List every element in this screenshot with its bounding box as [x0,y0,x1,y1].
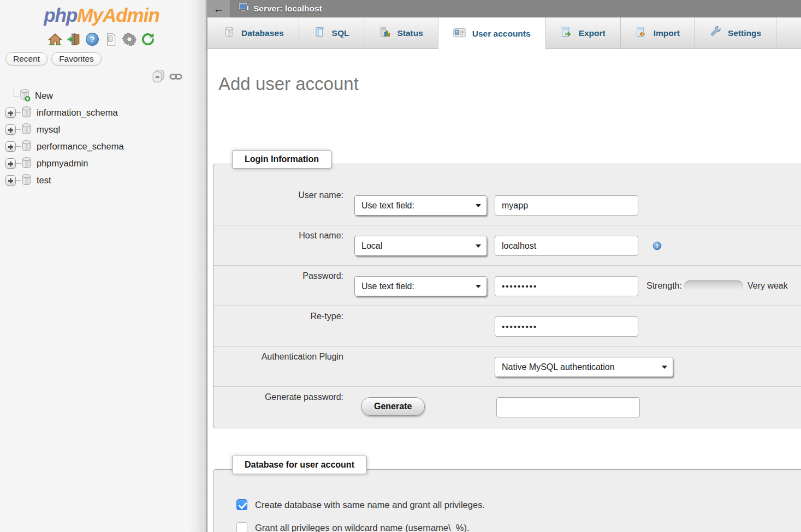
tab-label: User accounts [472,29,531,39]
strength-label: Strength: [646,281,682,291]
phpmyadmin-app: phpMyAdmin ? Recent Favorites New [0,0,801,532]
hostname-label: Host name: [213,229,343,241]
password-label: Password: [213,270,343,281]
auth-plugin-row: Authentication Plugin Native MySQL authe… [213,346,801,387]
tree-item-label[interactable]: performance_schema [37,141,124,152]
tree-branch-line [16,129,21,130]
login-information-fieldset: Login Information User name: Use text fi… [213,164,801,428]
back-arrow-button[interactable]: ← [207,0,230,17]
grant-wildcard-checkbox-row: Grant all privileges on wildcard name (u… [236,522,801,532]
create-database-checkbox[interactable] [236,499,247,510]
generate-password-label: Generate password: [213,391,343,402]
help-icon[interactable]: ? [85,32,99,46]
tree-item-label[interactable]: information_schema [37,107,118,118]
refresh-icon[interactable] [141,32,155,46]
export-tab-icon [561,26,572,40]
docs-icon[interactable] [104,32,118,46]
server-icon [238,2,250,16]
generate-button[interactable]: Generate [361,397,425,416]
select-value: Use text field: [361,201,414,211]
tree-item-database[interactable]: information_schema [0,104,203,121]
recent-button[interactable]: Recent [5,52,48,65]
unlink-panel-icon[interactable] [169,73,182,83]
tab-import[interactable]: Import [621,17,695,49]
password-input[interactable]: ••••••••• [495,276,638,296]
gear-icon[interactable] [122,32,137,46]
tree-branch-line [5,88,19,104]
tree-item-database[interactable]: mysql [0,121,203,138]
sidebar: phpMyAdmin ? Recent Favorites New [0,0,203,532]
question-help-icon[interactable]: ? [652,241,662,253]
main-panel: ← Server: localhost Databases SQL Status [207,0,801,532]
retype-password-input[interactable]: ••••••••• [495,316,638,337]
tab-export[interactable]: Export [546,17,621,49]
sql-tab-icon [314,26,325,40]
dropdown-arrow-icon [476,244,481,248]
import-tab-icon [636,26,647,40]
server-topbar: ← Server: localhost [207,0,801,17]
generated-password-input[interactable] [496,397,640,417]
svg-text:?: ? [90,35,95,44]
favorites-button[interactable]: Favorites [51,52,102,65]
tree-item-database[interactable]: test [0,172,203,189]
database-for-user-legend: Database for user account [232,456,367,474]
tab-label: Import [654,28,680,38]
username-type-select[interactable]: Use text field: [354,195,487,216]
database-icon [21,123,32,137]
tree-item-label[interactable]: test [37,175,51,186]
home-icon[interactable] [48,32,62,46]
sidebar-toolbar: ? [0,32,203,47]
create-database-checkbox-row: Create database with same name and grant… [236,499,801,510]
tree-branch-line [16,163,21,164]
new-database-icon [19,88,31,104]
database-icon [21,140,32,154]
password-strength: Strength: Very weak [646,280,788,291]
tab-status[interactable]: Status [364,17,438,49]
tree-item-new[interactable]: New [0,87,203,104]
tab-user-accounts[interactable]: User accounts [438,17,546,50]
tree-branch-line [16,180,21,181]
hostname-row: Host name: Local localhost ? [213,225,801,266]
password-type-select[interactable]: Use text field: [354,276,487,296]
tree-controls [0,70,203,85]
database-icon [21,106,32,120]
page-content: Add user account Login Information User … [207,74,801,532]
hostname-type-select[interactable]: Local [354,236,487,256]
tab-bar: Databases SQL Status User accounts Expor… [207,17,801,49]
plus-expander-icon[interactable] [5,141,16,152]
logo-php-text: php [44,4,77,26]
tree-item-label[interactable]: New [35,91,53,101]
grant-wildcard-checkbox-label[interactable]: Grant all privileges on wildcard name (u… [255,523,470,532]
strength-meter [684,280,743,291]
svg-text:?: ? [655,243,658,249]
logo-myadmin-text: MyAdmin [77,4,159,26]
grant-wildcard-checkbox[interactable] [236,522,247,532]
retype-label: Re-type: [213,310,343,321]
plus-expander-icon[interactable] [5,175,16,186]
plus-expander-icon[interactable] [5,107,16,118]
tab-label: Databases [241,28,284,38]
tab-label: SQL [332,28,349,38]
tree-branch-line [16,112,21,113]
back-arrow-icon: ← [213,3,224,15]
auth-plugin-select[interactable]: Native MySQL authentication [495,357,673,377]
hostname-input[interactable]: localhost [495,236,638,256]
create-database-checkbox-label[interactable]: Create database with same name and grant… [255,500,485,510]
auth-plugin-label: Authentication Plugin [213,350,343,362]
server-title-text: Server: localhost [253,4,322,14]
tab-label: Settings [728,28,761,38]
plus-expander-icon[interactable] [5,124,16,135]
plus-expander-icon[interactable] [5,158,16,169]
tree-branch-line [16,146,21,147]
tree-item-label[interactable]: phpmyadmin [37,158,88,169]
logout-icon[interactable] [67,32,81,46]
tree-item-label[interactable]: mysql [37,124,60,135]
tab-databases[interactable]: Databases [209,17,299,49]
tab-settings[interactable]: Settings [695,17,776,49]
collapse-all-icon[interactable] [151,69,165,86]
tab-sql[interactable]: SQL [299,17,365,49]
username-input[interactable]: myapp [495,195,638,216]
tree-item-database[interactable]: phpmyadmin [0,155,203,172]
tree-item-database[interactable]: performance_schema [0,138,203,155]
panel-divider[interactable] [203,0,207,532]
